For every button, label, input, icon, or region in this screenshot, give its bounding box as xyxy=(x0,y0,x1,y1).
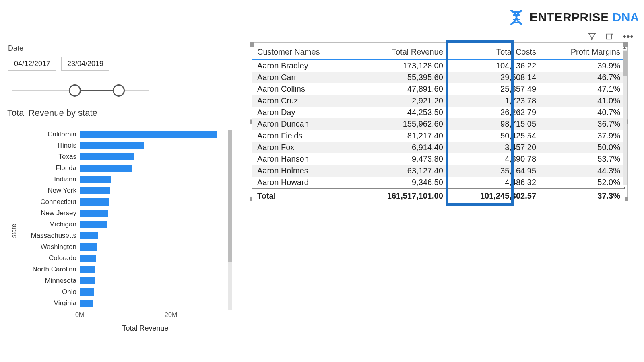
cell-value: 50.0% xyxy=(541,142,625,153)
table-scrollbar[interactable]: ▴ ▾ xyxy=(623,50,627,185)
bar[interactable] xyxy=(80,176,111,183)
table-row[interactable]: Aaron Collins47,891.6025,357.4947.1% xyxy=(252,83,625,95)
bar-row[interactable]: Texas xyxy=(11,151,231,162)
scroll-down-icon[interactable]: ▾ xyxy=(623,185,627,190)
bar[interactable] xyxy=(80,232,98,239)
bar[interactable] xyxy=(80,277,95,284)
table-header[interactable]: Profit Margins xyxy=(541,45,625,60)
bar[interactable] xyxy=(80,153,134,160)
cell-value: 3,457.20 xyxy=(448,142,541,153)
cell-value: 52.0% xyxy=(541,177,625,189)
bar[interactable] xyxy=(80,165,132,172)
cell-value: 40.7% xyxy=(541,107,625,118)
more-options-icon[interactable]: ••• xyxy=(623,32,632,41)
cell-value: 4,390.78 xyxy=(448,153,541,165)
cell-value: 29,508.14 xyxy=(448,72,541,83)
table-row[interactable]: Aaron Holmes63,127.4035,164.9544.3% xyxy=(252,165,625,177)
bar[interactable] xyxy=(80,288,94,296)
total-value: 101,245,302.57 xyxy=(448,189,541,202)
cell-name: Aaron Bradley xyxy=(252,60,355,72)
bar-row[interactable]: Colorado xyxy=(11,253,231,264)
cell-value: 44,253.50 xyxy=(355,107,448,118)
table-row[interactable]: Aaron Hanson9,473.804,390.7853.7% xyxy=(252,153,625,165)
cell-value: 53.7% xyxy=(541,153,625,165)
bar-row[interactable]: Virginia xyxy=(11,298,231,309)
bar-row[interactable]: Indiana xyxy=(11,174,231,185)
bar[interactable] xyxy=(80,210,108,217)
table-header[interactable]: Total Revenue xyxy=(355,45,448,60)
bar-row[interactable]: Washington xyxy=(11,241,231,253)
bar-row[interactable]: Florida xyxy=(11,162,231,174)
customer-table-visual[interactable]: Customer NamesTotal RevenueTotal CostsPr… xyxy=(250,42,628,201)
date-range-slider[interactable] xyxy=(12,84,149,97)
table-row[interactable]: Aaron Howard9,346.504,486.3252.0% xyxy=(252,177,625,189)
bar-row[interactable]: New York xyxy=(11,185,231,196)
table-header[interactable]: Customer Names xyxy=(252,45,355,60)
table-row[interactable]: Aaron Duncan155,962.6098,715.0536.7% xyxy=(252,118,625,130)
cell-name: Aaron Fox xyxy=(252,142,355,153)
cell-name: Aaron Hanson xyxy=(252,153,355,165)
cell-value: 81,217.40 xyxy=(355,130,448,142)
bar-label: Connecticut xyxy=(11,198,80,206)
cell-name: Aaron Howard xyxy=(252,177,355,189)
bar[interactable] xyxy=(80,131,217,138)
cell-value: 39.9% xyxy=(541,60,625,72)
bar-label: Indiana xyxy=(11,175,80,183)
bar-row[interactable]: New Jersey xyxy=(11,208,231,219)
bar[interactable] xyxy=(80,187,110,194)
date-slicer[interactable]: Date 04/12/2017 23/04/2019 xyxy=(8,44,153,97)
bar[interactable] xyxy=(80,266,95,273)
bar[interactable] xyxy=(80,221,107,228)
cell-value: 6,914.40 xyxy=(355,142,448,153)
brand-name-1: ENTERPRISE xyxy=(530,10,609,24)
bar-label: Ohio xyxy=(11,288,80,296)
bar[interactable] xyxy=(80,300,93,307)
bar[interactable] xyxy=(80,142,144,149)
x-tick: 0M xyxy=(75,311,84,319)
table-row[interactable]: Aaron Bradley173,128.00104,136.2239.9% xyxy=(252,60,625,72)
cell-value: 37.9% xyxy=(541,130,625,142)
chart-scrollbar[interactable] xyxy=(228,130,232,310)
bar[interactable] xyxy=(80,243,97,251)
date-slicer-label: Date xyxy=(8,44,153,53)
cell-value: 155,962.60 xyxy=(355,118,448,130)
bar-label: New Jersey xyxy=(11,209,80,217)
bar-row[interactable]: Massachusetts xyxy=(11,230,231,241)
focus-mode-icon[interactable] xyxy=(605,32,614,41)
cell-value: 98,715.05 xyxy=(448,118,541,130)
cell-value: 36.7% xyxy=(541,118,625,130)
x-axis-title: Total Revenue xyxy=(60,324,231,333)
bar-row[interactable]: North Carolina xyxy=(11,264,231,275)
total-value: 161,517,101.00 xyxy=(355,189,448,202)
scroll-up-icon[interactable]: ▴ xyxy=(623,44,627,50)
slider-handle-to[interactable] xyxy=(113,84,125,97)
table-header[interactable]: Total Costs xyxy=(448,45,541,60)
bar-row[interactable]: California xyxy=(11,129,231,140)
bar[interactable] xyxy=(80,255,96,262)
bar-row[interactable]: Illinois xyxy=(11,140,231,151)
cell-name: Aaron Holmes xyxy=(252,165,355,177)
revenue-by-state-chart[interactable]: Total Revenue by state state CaliforniaI… xyxy=(6,108,231,333)
cell-name: Aaron Day xyxy=(252,107,355,118)
bar-label: Texas xyxy=(11,153,80,161)
bar-row[interactable]: Minnesota xyxy=(11,275,231,286)
bar-label: North Carolina xyxy=(11,265,80,274)
bar[interactable] xyxy=(80,198,109,206)
cell-name: Aaron Collins xyxy=(252,83,355,95)
table-row[interactable]: Aaron Day44,253.5026,262.7940.7% xyxy=(252,107,625,118)
bar-row[interactable]: Connecticut xyxy=(11,196,231,208)
customer-table[interactable]: Customer NamesTotal RevenueTotal CostsPr… xyxy=(252,45,625,202)
brand-logo: ENTERPRISE DNA xyxy=(507,8,639,27)
bar-row[interactable]: Michigan xyxy=(11,219,231,230)
slider-handle-from[interactable] xyxy=(69,84,81,97)
table-row[interactable]: Aaron Fields81,217.4050,425.5437.9% xyxy=(252,130,625,142)
date-from-input[interactable]: 04/12/2017 xyxy=(8,57,56,71)
table-row[interactable]: Aaron Fox6,914.403,457.2050.0% xyxy=(252,142,625,153)
table-row[interactable]: Aaron Carr55,395.6029,508.1446.7% xyxy=(252,72,625,83)
date-to-input[interactable]: 23/04/2019 xyxy=(61,57,109,71)
bar-row[interactable]: Ohio xyxy=(11,286,231,298)
filter-icon[interactable] xyxy=(588,32,597,41)
total-value: 37.3% xyxy=(541,189,625,202)
table-row[interactable]: Aaron Cruz2,921.201,723.7841.0% xyxy=(252,95,625,107)
svg-rect-4 xyxy=(607,34,612,39)
